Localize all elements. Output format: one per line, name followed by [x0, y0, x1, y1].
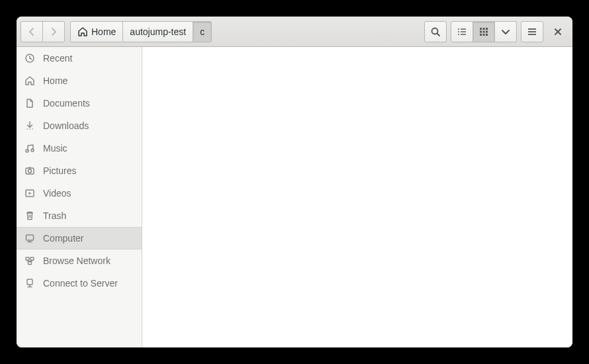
svg-point-22: [32, 128, 33, 130]
music-icon: [24, 143, 35, 154]
sidebar-item-documents[interactable]: Documents: [17, 92, 142, 114]
sidebar-item-connect-server[interactable]: Connect to Server: [17, 272, 142, 295]
sidebar-item-home[interactable]: Home: [17, 69, 142, 92]
sidebar-item-music[interactable]: Music: [17, 137, 142, 159]
svg-point-26: [28, 169, 32, 173]
svg-rect-4: [461, 31, 466, 32]
file-manager-window: Home autojump-test c: [17, 17, 572, 347]
recent-icon: [24, 53, 35, 64]
svg-rect-7: [480, 28, 482, 30]
path-segment-label: c: [200, 26, 204, 37]
server-icon: [24, 278, 35, 289]
svg-rect-6: [461, 34, 466, 34]
trash-icon: [24, 210, 35, 221]
svg-rect-15: [486, 34, 488, 36]
sidebar-item-pictures[interactable]: Pictures: [17, 159, 142, 182]
close-icon: [553, 26, 563, 37]
svg-point-21: [29, 128, 30, 130]
svg-point-23: [26, 150, 28, 152]
places-sidebar: Recent Home Documents Downloads Music Pi: [17, 47, 142, 347]
list-view-button[interactable]: [451, 21, 473, 42]
svg-rect-32: [28, 262, 32, 265]
svg-point-1: [458, 28, 459, 30]
path-segment-home[interactable]: Home: [70, 21, 123, 42]
nav-buttons: [21, 21, 65, 42]
svg-rect-30: [26, 257, 29, 260]
path-segment-label: Home: [91, 26, 116, 37]
computer-icon: [24, 233, 35, 244]
svg-rect-2: [461, 28, 466, 29]
sidebar-item-network[interactable]: Browse Network: [17, 250, 142, 272]
path-segment[interactable]: autojump-test: [123, 21, 193, 42]
network-icon: [24, 255, 35, 266]
search-icon: [430, 26, 441, 37]
sidebar-item-label: Documents: [43, 98, 90, 109]
svg-rect-12: [486, 30, 488, 32]
svg-point-5: [458, 34, 459, 35]
sidebar-item-label: Recent: [43, 53, 72, 64]
sidebar-item-label: Pictures: [43, 165, 77, 176]
chevron-left-icon: [26, 26, 37, 37]
svg-rect-8: [483, 28, 485, 30]
grid-view-icon: [478, 26, 489, 37]
pictures-icon: [24, 165, 35, 176]
headerbar: Home autojump-test c: [17, 17, 572, 47]
svg-rect-17: [528, 31, 536, 32]
sidebar-item-label: Downloads: [43, 120, 89, 131]
sidebar-item-videos[interactable]: Videos: [17, 182, 142, 205]
chevron-down-icon: [500, 26, 511, 37]
sidebar-item-trash[interactable]: Trash: [17, 205, 142, 227]
home-icon: [24, 75, 35, 86]
view-switcher: [451, 21, 517, 42]
sidebar-item-computer[interactable]: Computer: [17, 227, 142, 250]
svg-rect-27: [28, 167, 31, 169]
document-icon: [24, 98, 35, 109]
sidebar-item-label: Trash: [43, 210, 66, 221]
content-area: Recent Home Documents Downloads Music Pi: [17, 47, 572, 347]
svg-point-24: [31, 149, 34, 152]
svg-point-20: [26, 128, 28, 130]
sidebar-item-label: Computer: [43, 233, 83, 244]
grid-view-button[interactable]: [473, 21, 495, 42]
hamburger-menu-button[interactable]: [521, 21, 543, 42]
svg-rect-13: [480, 34, 482, 36]
forward-button[interactable]: [43, 21, 65, 42]
path-segment-current[interactable]: c: [193, 21, 212, 42]
svg-point-3: [458, 31, 459, 32]
home-icon: [77, 26, 88, 37]
svg-rect-9: [486, 28, 488, 30]
svg-rect-29: [26, 235, 34, 240]
view-options-button[interactable]: [495, 21, 517, 42]
sidebar-item-label: Browse Network: [43, 255, 111, 266]
svg-rect-16: [528, 28, 536, 30]
svg-rect-33: [27, 279, 32, 285]
sidebar-item-label: Videos: [43, 188, 71, 199]
svg-rect-18: [528, 34, 536, 35]
close-button[interactable]: [547, 21, 568, 42]
chevron-right-icon: [48, 26, 59, 37]
sidebar-item-downloads[interactable]: Downloads: [17, 114, 142, 137]
path-segment-label: autojump-test: [130, 26, 186, 37]
back-button[interactable]: [21, 21, 43, 42]
pathbar: Home autojump-test c: [70, 21, 212, 42]
svg-rect-10: [480, 30, 482, 32]
download-icon: [24, 120, 35, 131]
hamburger-icon: [527, 26, 537, 37]
sidebar-item-label: Connect to Server: [43, 278, 118, 289]
folder-view[interactable]: [142, 47, 572, 347]
sidebar-item-label: Music: [43, 143, 68, 154]
svg-rect-11: [483, 30, 485, 32]
list-view-icon: [457, 26, 467, 37]
videos-icon: [24, 188, 35, 199]
svg-rect-31: [30, 257, 34, 260]
sidebar-item-recent[interactable]: Recent: [17, 47, 142, 69]
svg-rect-14: [483, 34, 485, 36]
search-button[interactable]: [424, 21, 447, 42]
sidebar-item-label: Home: [43, 75, 68, 86]
